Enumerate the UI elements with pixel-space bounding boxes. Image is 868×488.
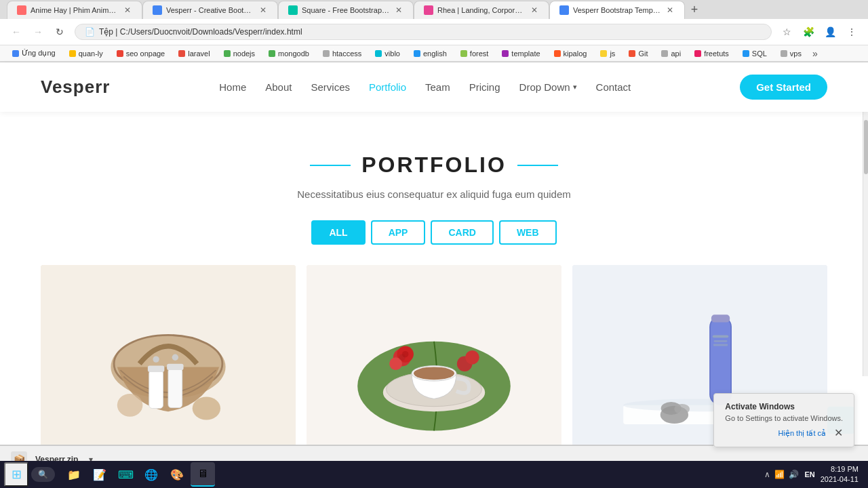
svg-point-35	[674, 404, 690, 414]
svg-point-21	[465, 350, 479, 365]
bookmark-vps[interactable]: vps	[775, 48, 807, 59]
bookmark-kipalog[interactable]: kipalog	[549, 48, 593, 59]
bookmark-template[interactable]: template	[496, 48, 545, 59]
svg-point-5	[153, 356, 159, 362]
filter-app[interactable]: APP	[371, 220, 426, 245]
bookmark-label: Git	[638, 49, 648, 58]
bookmarks-bar: Ứng dụng quan-ly seo onpage laravel node…	[0, 45, 868, 62]
nav-about[interactable]: About	[265, 81, 292, 93]
brand-logo[interactable]: Vesperr	[41, 77, 110, 98]
tab-close-3[interactable]: ✕	[394, 5, 403, 15]
portfolio-item-2[interactable]	[307, 265, 561, 456]
svg-point-10	[193, 397, 220, 420]
browser-tab-4[interactable]: Rhea | Landing, Corporate & Bus... ✕	[414, 1, 549, 19]
tab-title-1: Anime Hay | Phim Anime | Xem...	[31, 6, 119, 14]
tab-close-2[interactable]: ✕	[258, 5, 268, 15]
tab-title-3: Square - Free Bootstrap 4 Temp...	[302, 6, 390, 14]
nav-portfolio[interactable]: Portfolio	[369, 81, 406, 93]
browser-tab-5[interactable]: Vesperr Bootstrap Template - In... ✕	[549, 1, 685, 19]
bookmark-apps[interactable]: Ứng dụng	[7, 47, 61, 59]
tab-close-1[interactable]: ✕	[123, 5, 132, 15]
bookmark-label: freetuts	[704, 49, 729, 58]
activate-link[interactable]: Hiện thị tất cả	[778, 429, 826, 438]
taskbar-app-active[interactable]: 🖥	[191, 462, 215, 487]
bookmarks-overflow[interactable]: »	[810, 48, 821, 59]
systray-arrow[interactable]: ∧	[764, 470, 770, 479]
svg-point-9	[117, 394, 143, 417]
bookmark-favicon	[178, 50, 185, 57]
forward-button[interactable]: →	[28, 22, 47, 41]
bookmark-label: mongodb	[278, 49, 309, 58]
bookmark-js[interactable]: js	[595, 48, 620, 59]
bookmark-htaccess[interactable]: htaccess	[317, 48, 367, 59]
bookmark-quan-ly[interactable]: quan-ly	[64, 48, 108, 59]
bookmark-api[interactable]: api	[656, 48, 686, 59]
start-button[interactable]: ⊞	[4, 462, 28, 487]
nav-dropdown[interactable]: Drop Down	[519, 81, 577, 93]
bookmark-favicon	[117, 50, 123, 57]
activate-close-button[interactable]: ✕	[834, 428, 843, 439]
nav-home[interactable]: Home	[219, 81, 246, 93]
bookmark-mongodb[interactable]: mongodb	[263, 48, 315, 59]
reload-button[interactable]: ↻	[50, 22, 69, 41]
bookmark-label: seo onpage	[126, 49, 165, 58]
svg-rect-29	[711, 314, 730, 322]
taskbar-search[interactable]: 🔍	[31, 467, 55, 482]
profile-button[interactable]: 👤	[821, 22, 840, 41]
nav-team[interactable]: Team	[425, 81, 450, 93]
tab-close-4[interactable]: ✕	[530, 5, 539, 15]
nav-services[interactable]: Services	[311, 81, 350, 93]
browser-tab-3[interactable]: Square - Free Bootstrap 4 Temp... ✕	[278, 1, 414, 19]
bookmark-button[interactable]: ☆	[777, 22, 796, 41]
scrollbar[interactable]	[863, 105, 868, 376]
extensions-button[interactable]: 🧩	[799, 22, 818, 41]
bookmark-label: nodejs	[233, 49, 255, 58]
search-icon: 🔍	[38, 470, 48, 479]
browser-window: Anime Hay | Phim Anime | Xem... ✕ Vesper…	[0, 0, 868, 62]
tab-close-5[interactable]: ✕	[665, 5, 675, 15]
browser-tab-1[interactable]: Anime Hay | Phim Anime | Xem... ✕	[7, 1, 142, 19]
bookmark-label: laravel	[188, 49, 210, 58]
bookmark-label: js	[610, 49, 615, 58]
taskbar-app-browser[interactable]: 🌐	[139, 462, 163, 487]
address-text: Tệp | C:/Users/Duocnvoit/Downloads/Vespe…	[99, 27, 302, 37]
filter-all[interactable]: ALL	[311, 220, 365, 245]
activate-title: Activate Windows	[725, 402, 843, 411]
tab-title-4: Rhea | Landing, Corporate & Bus...	[437, 6, 526, 14]
bookmark-label: kipalog	[564, 49, 587, 58]
new-tab-button[interactable]: +	[685, 0, 704, 19]
bookmark-sql[interactable]: SQL	[737, 48, 772, 59]
bookmark-git[interactable]: Git	[623, 48, 653, 59]
windows-logo-icon: ⊞	[12, 467, 22, 482]
bookmark-favicon	[460, 50, 467, 57]
bookmark-forest[interactable]: forest	[455, 48, 494, 59]
bookmark-laravel[interactable]: laravel	[173, 48, 215, 59]
address-icon: 📄	[85, 27, 95, 37]
address-bar[interactable]: 📄 Tệp | C:/Users/Duocnvoit/Downloads/Ves…	[75, 24, 772, 40]
bookmark-seo[interactable]: seo onpage	[111, 48, 171, 59]
get-started-button[interactable]: Get Started	[740, 75, 827, 100]
bookmark-label: htaccess	[332, 49, 361, 58]
settings-button[interactable]: ⋮	[842, 22, 861, 41]
browser-tab-2[interactable]: Vesperr - Creative Bootstrap Tem... ✕	[142, 1, 278, 19]
nav-contact[interactable]: Contact	[596, 81, 631, 93]
svg-rect-3	[149, 370, 163, 408]
taskbar-app-editor[interactable]: 📝	[87, 462, 112, 487]
taskbar-app-vscode[interactable]: ⌨	[113, 462, 138, 487]
bookmark-favicon	[323, 50, 330, 57]
taskbar-app-photoshop[interactable]: 🎨	[165, 462, 189, 487]
taskbar-app-fileexplorer[interactable]: 📁	[62, 462, 86, 487]
bookmark-freetuts[interactable]: freetuts	[689, 48, 734, 59]
back-button[interactable]: ←	[7, 22, 26, 41]
bookmark-viblo[interactable]: viblo	[370, 48, 406, 59]
bookmark-label: SQL	[752, 49, 767, 58]
taskbar-apps: 📁 📝 ⌨ 🌐 🎨 🖥	[62, 462, 215, 487]
scroll-thumb[interactable]	[864, 120, 868, 174]
nav-pricing[interactable]: Pricing	[469, 81, 500, 93]
bookmark-english[interactable]: english	[408, 48, 452, 59]
bookmark-favicon	[781, 50, 787, 57]
bookmark-nodejs[interactable]: nodejs	[218, 48, 260, 59]
portfolio-item-1[interactable]	[41, 265, 296, 456]
filter-web[interactable]: WEB	[499, 220, 557, 245]
filter-card[interactable]: CARD	[431, 220, 493, 245]
